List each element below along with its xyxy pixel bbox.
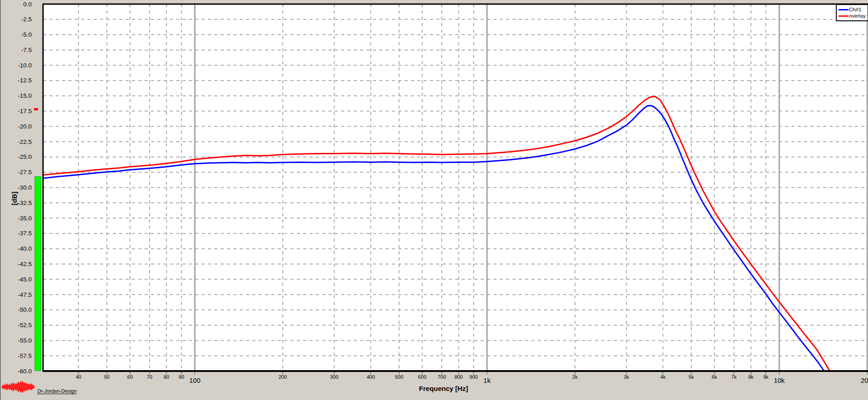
y-tick-label: -55.0 <box>4 337 32 344</box>
y-tick-label: -30.0 <box>4 184 32 191</box>
legend: Ch#1overlay 1 <box>836 4 868 21</box>
x-tick-label-major: 100 <box>189 376 200 384</box>
x-tick-label: 8k <box>748 374 754 380</box>
y-tick-label: -17.5 <box>4 108 32 114</box>
legend-line-sample <box>839 9 849 10</box>
legend-entry: overlay 1 <box>839 13 867 19</box>
y-tick-label: -2.5 <box>4 16 32 23</box>
y-tick-label: -27.5 <box>4 169 32 176</box>
frequency-response-plot <box>1 0 868 400</box>
y-tick-label: -22.5 <box>4 138 32 145</box>
x-tick-label: 60 <box>127 374 133 380</box>
logo-waveform-icon <box>2 381 35 393</box>
x-tick-label-major: 10k <box>774 376 785 384</box>
x-tick-label: 9k <box>763 374 769 380</box>
y-tick-label: -35.0 <box>4 215 32 222</box>
x-tick-label-major: 1k <box>483 376 491 384</box>
logo-text: Dr-Jordan-Design <box>37 388 77 394</box>
x-tick-label: 40 <box>76 374 81 380</box>
level-meter-bar <box>35 176 41 371</box>
x-tick-label: 400 <box>366 374 375 380</box>
y-tick-label: 0.0 <box>4 1 32 8</box>
y-tick-label: -12.5 <box>4 77 32 84</box>
logo: Dr-Jordan-Design <box>2 381 77 395</box>
y-tick-label: -40.0 <box>4 245 32 252</box>
x-tick-label: 800 <box>454 374 463 380</box>
x-tick-label: 7k <box>731 374 737 380</box>
y-tick-label: -50.0 <box>4 306 32 313</box>
legend-line-sample <box>839 15 849 17</box>
x-tick-label: 600 <box>418 374 426 380</box>
level-meter-peak-marker <box>34 108 38 110</box>
x-tick-label: 300 <box>330 374 338 380</box>
x-tick-label: 200 <box>279 374 287 380</box>
x-tick-label: 6k <box>712 374 717 380</box>
y-tick-label: -7.5 <box>4 47 32 53</box>
y-tick-label: -45.0 <box>4 276 32 283</box>
legend-label: Ch#1 <box>849 7 862 12</box>
y-axis-title: [dB] <box>10 192 18 205</box>
x-tick-label: 700 <box>438 374 446 380</box>
y-tick-label: -52.5 <box>4 322 32 329</box>
legend-entry: Ch#1 <box>839 6 867 13</box>
y-tick-label: -60.0 <box>4 368 32 375</box>
audio-analyzer-window: 0.0-2.5-5.0-7.5-10.0-12.5-15.0-17.5-20.0… <box>0 0 868 400</box>
x-axis-title: Frequency [Hz] <box>410 385 477 392</box>
y-tick-label: -37.5 <box>4 230 32 237</box>
y-tick-label: -42.5 <box>4 261 32 267</box>
y-tick-label: -20.0 <box>4 123 32 130</box>
x-tick-label: 4k <box>661 374 666 380</box>
y-tick-label: -5.0 <box>4 31 32 38</box>
y-tick-label: -47.5 <box>4 291 32 298</box>
y-tick-label: -15.0 <box>4 92 32 99</box>
x-tick-label: 70 <box>147 374 152 380</box>
y-tick-label: -57.5 <box>4 352 32 359</box>
y-tick-label: -25.0 <box>4 153 32 160</box>
x-tick-label: 90 <box>178 374 184 380</box>
y-tick-label: -10.0 <box>4 62 32 69</box>
x-tick-label: 500 <box>395 374 403 380</box>
x-tick-label: 2k <box>572 374 578 380</box>
legend-label: overlay 1 <box>849 13 868 19</box>
x-tick-label: 50 <box>104 374 110 380</box>
x-tick-label-major: 20k <box>861 376 868 384</box>
x-tick-label: 5k <box>689 374 694 380</box>
x-tick-label: 3k <box>624 374 629 380</box>
x-tick-label: 80 <box>164 374 169 380</box>
x-tick-label: 900 <box>469 374 477 380</box>
